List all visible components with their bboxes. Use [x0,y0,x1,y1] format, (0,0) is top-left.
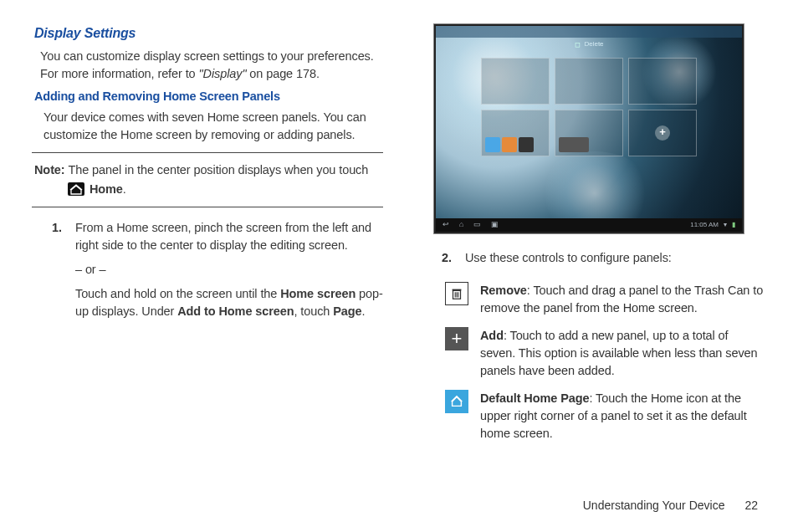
screenshot-trash-label: Delete [574,39,603,49]
wifi-icon: ▾ [724,220,727,230]
svg-rect-0 [575,43,580,47]
add-label: Add [480,329,504,342]
intro-paragraph: You can customize display screen setting… [40,48,383,83]
home-blue-icon [445,390,468,413]
divider-bottom [32,207,383,207]
plus-icon: + [445,327,468,350]
battery-icon: ▮ [732,220,735,230]
page-footer: Understanding Your Device 22 [583,497,758,514]
note-tail: . [123,182,126,196]
panel-grid: + [481,58,697,156]
panels-intro: Your device comes with seven Home screen… [43,109,383,144]
control-default-home: Default Home Page: Touch the Home icon a… [445,390,766,442]
note-home-label: Home [90,182,123,196]
step-1-p1: From a Home screen, pinch the screen fro… [75,219,383,254]
trash-icon [445,282,468,305]
section-heading: Display Settings [34,23,383,43]
note-label: Note: [34,163,68,176]
back-icon: ↩ [442,219,449,230]
intro-tail: on page 178. [246,67,319,80]
recent-icon: ▭ [473,219,481,230]
step-1-number: 1. [32,219,75,327]
default-home-label: Default Home Page [480,391,589,405]
subsection-heading: Adding and Removing Home Screen Panels [34,88,383,105]
home-small-icon: ⌂ [459,219,463,230]
screenshot-figure: Delete [433,23,744,234]
step-1-or: – or – [75,261,383,279]
note-block: Note: The panel in the center position d… [34,153,383,207]
add-text: : Touch to add a new panel, up to a tota… [480,329,757,377]
page-number: 22 [744,497,758,514]
remove-label: Remove [480,284,527,297]
screenshot-navbar: ↩ ⌂ ▭ ▣ 11:05 AM ▾ ▮ [436,218,742,232]
step-1-p2: Touch and hold on the screen until the H… [75,285,383,320]
step-2: 2. Use these controls to configure panel… [422,249,766,274]
control-add: + Add: Touch to add a new panel, up to a… [445,327,766,380]
svg-rect-5 [453,289,462,291]
footer-section: Understanding Your Device [583,497,725,514]
capture-icon: ▣ [491,219,499,230]
add-panel-icon: + [655,125,670,141]
step-1: 1. From a Home screen, pinch the screen … [32,219,383,327]
control-remove: Remove: Touch and drag a panel to the Tr… [445,282,766,317]
home-icon [68,182,84,196]
clock-text: 11:05 AM [690,220,719,230]
display-reference: "Display" [199,67,247,80]
step-2-text: Use these controls to configure panels: [465,249,766,267]
note-text: The panel in the center position display… [68,163,368,176]
step-2-number: 2. [422,249,465,274]
